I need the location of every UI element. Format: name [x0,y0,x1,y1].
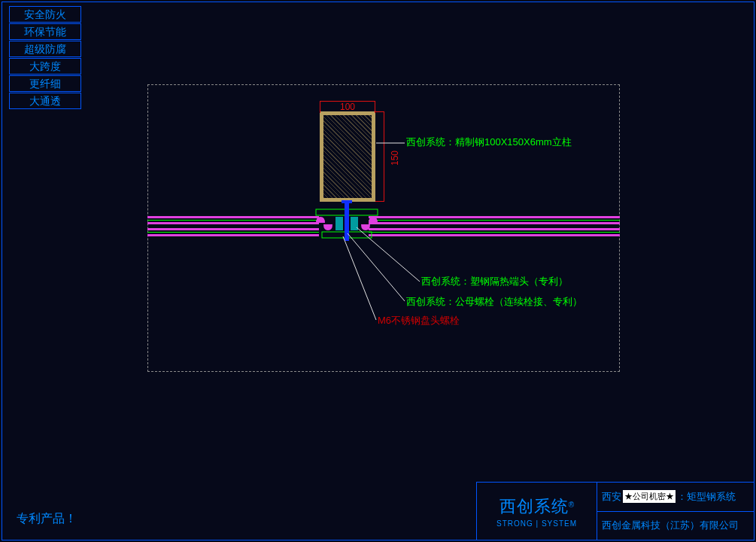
svg-rect-4 [335,217,343,230]
rail-magenta [369,216,620,218]
svg-rect-3 [342,200,352,203]
rail-magenta [147,222,319,224]
callout-column: 西创系统：精制钢100X150X6mm立柱 [406,136,572,149]
rail-magenta [369,228,620,230]
patent-notice: 专利产品！ [17,511,77,527]
rail-magenta [369,234,620,236]
callout-bolt-pair: 西创系统：公母螺栓（连续栓接、专利） [406,295,582,309]
dimension-width-value: 100 [340,102,355,112]
dimension-width: 100 [320,101,375,112]
feature-item: 大跨度 [9,58,81,75]
feature-item: 更纤细 [9,75,81,92]
steel-column [320,111,375,202]
rail-green [147,220,319,221]
title-row1-suffix: ：矩型钢系统 [677,490,736,504]
callout-thermal: 西创系统：塑钢隔热端头（专利） [421,275,568,288]
rail-magenta [147,228,319,230]
title-row-2: 西创金属科技（江苏）有限公司 [597,512,754,540]
callout-bolt-m6: M6不锈钢盘头螺栓 [378,314,460,327]
svg-rect-5 [351,217,358,230]
rail-green [369,220,620,221]
title-row-1: 西安 ★公司机密★ ：矩型钢系统 [597,483,754,512]
feature-item: 超级防腐 [9,41,81,57]
svg-rect-2 [345,202,349,241]
rail-green [147,232,319,233]
rail-magenta [369,222,620,224]
feature-item: 大通透 [9,93,81,109]
feature-list: 安全防火 环保节能 超级防腐 大跨度 更纤细 大通透 [9,6,81,110]
feature-item: 环保节能 [9,23,81,40]
rail-green [369,232,620,233]
title-block-right: 西安 ★公司机密★ ：矩型钢系统 西创金属科技（江苏）有限公司 [597,483,754,540]
joint-assembly [316,209,378,238]
dimension-height-line [384,111,384,202]
title-block: 西创系统® STRONG | SYSTEM 西安 ★公司机密★ ：矩型钢系统 西… [476,482,754,540]
title-row1-prefix: 西安 [602,490,621,504]
feature-item: 安全防火 [9,6,81,23]
logo-registered: ® [569,500,574,508]
dimension-height-value: 150 [390,151,400,166]
logo-cell: 西创系统® STRONG | SYSTEM [477,483,597,540]
hatch-pattern [320,111,375,202]
logo-text: 西创系统 [499,497,569,516]
rail-magenta [147,234,319,236]
confidential-badge: ★公司机密★ [623,490,676,503]
logo-subtext: STRONG | SYSTEM [496,519,577,528]
joint-svg [316,209,378,242]
rail-magenta [147,216,319,218]
